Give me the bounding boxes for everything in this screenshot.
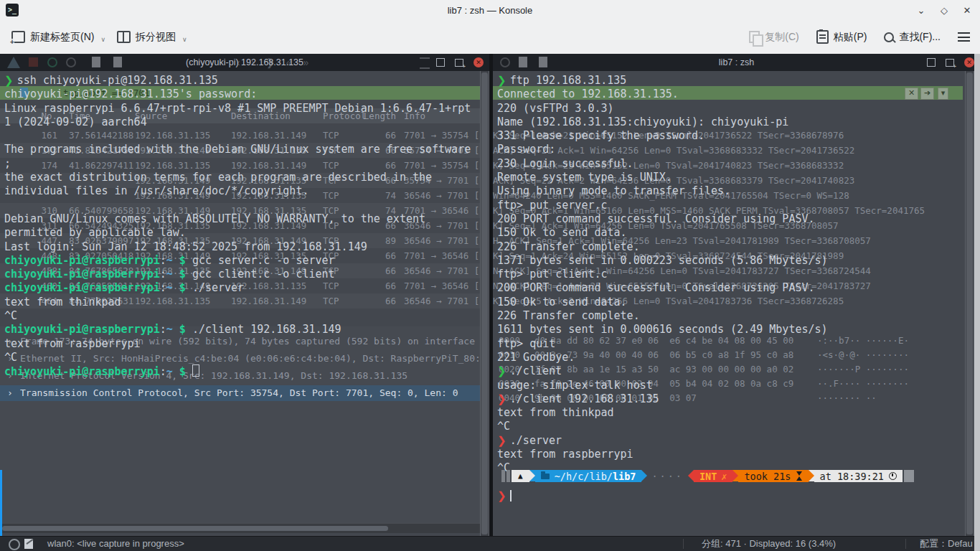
cwd-segment: ~/h/c/lib/lib7 [535,470,642,482]
terminal-line: text from thinkpad [497,406,980,420]
terminal-line: 1371 bytes sent in 0.000223 seconds (5.8… [497,254,980,268]
terminal-line: chiyoyuki-pi@raspberrypi:~ $ gcc client.… [4,268,489,281]
terminal-line: individual files in /usr/share/doc/*/cop… [4,184,489,198]
terminal-line: ^C [497,420,980,433]
profile-label: 配置：Defau [920,537,974,551]
capture-status: wlan0: <live capture in progress> [47,537,184,551]
terminal-line: Debian GNU/Linux comes with ABSOLUTELY N… [4,212,489,226]
window-title: lib7 : zsh — Konsole [0,5,980,16]
find-button[interactable]: 查找(F)... [884,31,941,44]
terminal-line: chiyoyuki-pi@192.168.31.135's password: [4,88,489,101]
split-view-icon [117,31,131,43]
terminal-line: Linux raspberrypi 6.6.47+rpt-rpi-v8 #1 S… [4,102,489,116]
powerline-arrow-icon [809,470,814,481]
terminal-line: 226 Transfer complete. [497,240,980,254]
terminal-line: Remote system type is UNIX. [497,171,980,184]
paste-button[interactable]: 粘贴(P) [816,30,867,44]
expand-pane-icon[interactable] [927,58,936,67]
terminal-line: text from raspberrypi [4,337,489,351]
close-pane-icon[interactable]: ✕ [964,57,974,67]
konsole-window: >_ lib7 : zsh — Konsole ⌄ ◇ ✕ 新建标签页(N) ∨… [0,0,980,551]
folder-icon [541,474,550,479]
terminal-line: 221 Goodbye. [497,351,980,364]
minimize-button[interactable]: ⌄ [915,5,927,16]
expand-pane-icon[interactable] [436,58,445,67]
terminal-line: ❯ [497,489,980,503]
split-view-button[interactable]: 拆分视图 ∨ [117,31,187,44]
right-pane-header[interactable]: lib7 : zsh ✕ [493,54,980,71]
terminal-line [4,199,489,212]
terminal-line: 230 Login successful. [497,157,980,171]
copy-button[interactable]: 复制(C) [749,31,798,44]
capture-comment-icon [24,539,33,549]
terminal-line: ^C [4,309,489,323]
new-tab-label: 新建标签页(N) [30,31,94,44]
right-terminal[interactable]: ✕ ➔ ▾ + K] Seq=1 Ack=21 Win=65152 Len=0 … [493,71,980,536]
terminal-line: chiyoyuki-pi@raspberrypi:~ $ ./server [4,281,489,295]
hamburger-menu-button[interactable] [958,32,970,42]
terminal-line: 1611 bytes sent in 0.000616 seconds (2.4… [497,323,980,336]
terminal-line: chiyoyuki-pi@raspberrypi:~ $ [4,364,489,378]
right-terminal-pane[interactable]: lib7 : zsh ✕ ✕ ➔ ▾ + K] Seq=1 Ack=21 Win… [493,54,980,536]
chevron-down-icon: ∨ [100,36,105,43]
paste-icon [816,30,829,44]
terminal-line: 150 Ok to send data. [497,296,980,309]
maximize-button[interactable]: ◇ [938,5,950,16]
left-pane-header[interactable]: ‹ › ❯ « » (chiyoyuki-pi) 192.168.31.135 … [0,54,489,71]
right-scrollbar[interactable] [965,71,974,536]
time-label: at 18:39:21 [820,471,884,482]
powerline-arrow-icon [641,470,647,481]
powerline-pad-icon [904,470,914,482]
terminal-line: 226 Transfer complete. [497,309,980,323]
terminal-line: ❯ ssh chiyoyuki-pi@192.168.31.135 [4,74,489,88]
toolbar: 新建标签页(N) ∨ 拆分视图 ∨ 复制(C) 粘贴(P) 查找(F)... [0,20,980,54]
split-view-label: 拆分视图 [136,31,176,44]
terminal-line: ❯ ./client [497,364,980,378]
wireshark-selection-strip [0,470,2,536]
terminal-line: chiyoyuki-pi@raspberrypi:~ $ ./client 19… [4,323,489,336]
terminal-line: ^C [4,351,489,364]
terminal-line: Password: [497,143,980,156]
right-scrollbar-handle[interactable] [966,72,973,534]
terminal-line: permitted by applicable law. [4,226,489,240]
copy-label: 复制(C) [765,31,798,44]
terminal-line: 1 (2024-09-02) aarch64 [4,116,489,129]
cwd-name: lib7 [613,471,636,482]
close-button[interactable]: ✕ [961,5,973,16]
paste-label: 粘贴(P) [834,31,867,44]
terminal-line: text from raspberrypi [497,448,980,461]
terminal-line: the exact distribution terms for each pr… [4,171,489,184]
powerline-arrow-icon [732,470,738,481]
new-tab-button[interactable]: 新建标签页(N) ∨ [11,31,105,44]
duration-segment: took 21s [738,470,808,482]
left-terminal-pane[interactable]: ‹ › ❯ « » (chiyoyuki-pi) 192.168.31.135 … [0,54,489,536]
workspace: ‹ › ❯ « » (chiyoyuki-pi) 192.168.31.135 … [0,54,980,536]
detach-pane-icon[interactable] [946,59,954,67]
left-terminal[interactable]: tcp.port == 7701 No.TimeSourceDestinatio… [0,71,489,536]
duration-label: took 21s [744,471,791,482]
terminal-line: The programs included with the Debian GN… [4,143,489,156]
find-label: 查找(F)... [899,31,941,44]
titlebar[interactable]: >_ lib7 : zsh — Konsole ⌄ ◇ ✕ [0,0,980,20]
powerline-dots: ···· [647,470,688,482]
wireshark-statusbar: wlan0: <live capture in progress> 分组: 47… [0,536,980,551]
left-scrollbar[interactable] [480,71,489,536]
close-pane-icon[interactable]: ✕ [473,57,484,67]
right-terminal-text: ▲ ~/h/c/lib/lib7 ···· INT ✗ [497,74,980,536]
left-scrollbar-handle[interactable] [481,72,488,534]
left-pane-title: (chiyoyuki-pi) 192.168.31.135 [0,54,489,71]
right-pane-title: lib7 : zsh [493,54,980,71]
terminal-line: ftp> quit [497,337,980,351]
terminal-line: ❯ ./client 192.168.31.135 [497,392,980,406]
detach-pane-icon[interactable] [455,59,463,67]
copy-icon [749,31,760,43]
terminal-line: ftp> put server.c [497,199,980,212]
os-chip-icon: ▲ [512,470,529,482]
terminal-line: chiyoyuki-pi@raspberrypi:~ $ gcc server.… [4,254,489,268]
new-tab-icon [11,31,25,43]
powerline-prompt: ▲ ~/h/c/lib/lib7 ···· INT ✗ [501,470,914,482]
left-terminal-text: ❯ ssh chiyoyuki-pi@192.168.31.135chiyoyu… [4,74,489,536]
powerline-arrow-icon [688,470,694,481]
exit-status-segment: INT ✗ [694,470,733,482]
cwd-path: ~/h/c/lib/ [555,471,613,482]
